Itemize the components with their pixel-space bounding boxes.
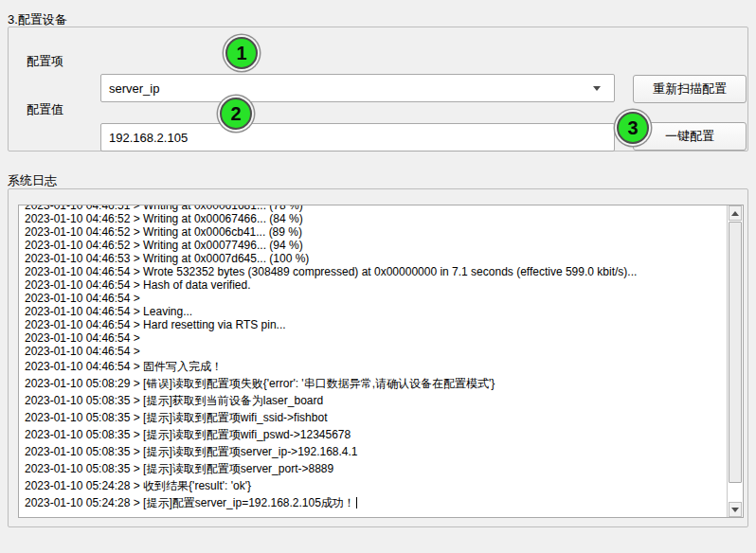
text-caret xyxy=(356,497,357,508)
log-line: 2023-01-10 05:08:29 > [错误]读取到配置项失败{'erro… xyxy=(25,375,727,392)
log-line: 2023-01-10 05:08:35 > [提示]读取到配置项wifi_psw… xyxy=(25,426,727,443)
one-click-config-button[interactable]: 一键配置 xyxy=(633,122,747,151)
config-item-label: 配置项 xyxy=(27,53,63,70)
log-line: 2023-01-10 04:46:53 > Writing at 0x0007d… xyxy=(25,252,727,265)
log-line: 2023-01-10 04:46:54 > Wrote 532352 bytes… xyxy=(25,265,727,278)
step-3-badge: 3 xyxy=(617,112,649,144)
config-value-label: 配置值 xyxy=(27,101,63,118)
log-line: 2023-01-10 04:46:54 > Hash of data verif… xyxy=(25,278,727,292)
config-item-select[interactable]: server_ip xyxy=(100,74,615,102)
config-value-input[interactable] xyxy=(100,123,615,152)
log-line: 2023-01-10 05:08:35 > [提示]获取到当前设备为laser_… xyxy=(25,392,727,409)
log-line: 2023-01-10 05:24:28 > 收到结果{'result': 'ok… xyxy=(25,477,727,494)
log-line: 2023-01-10 05:08:35 > [提示]读取到配置项wifi_ssi… xyxy=(25,409,727,426)
step-1-badge: 1 xyxy=(225,37,258,69)
log-line: 2023-01-10 04:46:52 > Writing at 0x0006c… xyxy=(25,225,727,239)
device-config-window: 3.配置设备 配置项 server_ip 重新扫描配置 配置值 一键配置 系统日… xyxy=(0,0,756,553)
scrollbar-up-arrow[interactable] xyxy=(729,205,742,221)
log-groupbox: 2023-01-10 04:46:51 > Writing at 0x00061… xyxy=(8,188,748,527)
rescan-config-button[interactable]: 重新扫描配置 xyxy=(633,75,747,103)
log-line: 2023-01-10 04:46:54 > xyxy=(25,292,727,305)
system-log-textarea[interactable]: 2023-01-10 04:46:51 > Writing at 0x00061… xyxy=(18,205,744,518)
log-line: 2023-01-10 05:08:35 > [提示]读取到配置项server_p… xyxy=(25,460,727,477)
scrollbar-thumb[interactable] xyxy=(729,222,742,483)
log-scrollbar[interactable] xyxy=(727,205,743,517)
log-line: 2023-01-10 05:08:35 > [提示]读取到配置项server_i… xyxy=(25,443,727,460)
step-2-badge: 2 xyxy=(220,98,252,130)
log-line: 2023-01-10 04:46:54 > 固件写入完成！ xyxy=(25,358,727,375)
log-content: 2023-01-10 04:46:51 > Writing at 0x00061… xyxy=(19,205,727,511)
log-section-title: 系统日志 xyxy=(8,172,57,189)
log-line: 2023-01-10 04:46:51 > Writing at 0x00061… xyxy=(25,205,727,212)
log-line: 2023-01-10 04:46:52 > Writing at 0x00077… xyxy=(25,239,727,252)
log-line: 2023-01-10 04:46:52 > Writing at 0x00067… xyxy=(25,212,727,225)
log-line: 2023-01-10 04:46:54 > xyxy=(25,345,727,358)
log-line: 2023-01-10 04:46:54 > xyxy=(25,331,727,345)
scrollbar-down-arrow[interactable] xyxy=(729,502,742,517)
log-line: 2023-01-10 04:46:54 > Leaving... xyxy=(25,305,727,318)
log-line: 2023-01-10 04:46:54 > Hard resetting via… xyxy=(25,318,727,331)
chevron-down-icon xyxy=(593,86,601,91)
log-line: 2023-01-10 05:24:28 > [提示]配置server_ip=19… xyxy=(25,494,727,511)
arrow-up-icon xyxy=(731,211,739,216)
arrow-down-icon xyxy=(731,508,739,512)
config-item-selected-value: server_ip xyxy=(109,81,593,96)
